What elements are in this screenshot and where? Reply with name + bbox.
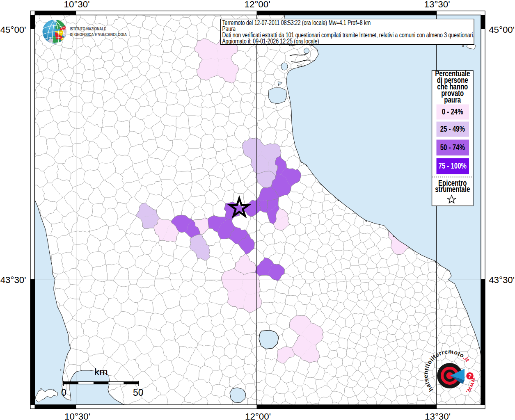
svg-text:paura: paura bbox=[444, 95, 461, 104]
svg-text:13°30': 13°30' bbox=[424, 0, 450, 9]
svg-text:Terremoto del 12-07-2011 08:53: Terremoto del 12-07-2011 08:53:22 (ora l… bbox=[222, 19, 371, 27]
svg-text:12°00': 12°00' bbox=[245, 411, 271, 420]
svg-text:50: 50 bbox=[133, 387, 144, 398]
svg-text:25 - 49%: 25 - 49% bbox=[440, 124, 465, 133]
svg-text:DI GEOFISICA E VULCANOLOGIA: DI GEOFISICA E VULCANOLOGIA bbox=[70, 32, 127, 37]
svg-text:km: km bbox=[94, 366, 108, 377]
svg-text:0: 0 bbox=[61, 387, 66, 398]
svg-text:12°00': 12°00' bbox=[245, 0, 270, 9]
svg-text:43°30': 43°30' bbox=[0, 275, 26, 285]
svg-text:13°30': 13°30' bbox=[425, 411, 451, 420]
svg-text:45°00': 45°00' bbox=[0, 25, 26, 35]
svg-text:50 - 74%: 50 - 74% bbox=[440, 143, 465, 152]
svg-text:10°30': 10°30' bbox=[64, 411, 90, 420]
svg-text:10°30': 10°30' bbox=[64, 0, 90, 9]
svg-text:ISTITUTO NAZIONALE: ISTITUTO NAZIONALE bbox=[70, 26, 106, 31]
svg-text:strumentale: strumentale bbox=[435, 185, 470, 194]
svg-text:Aggiornato il: 09-01-2026 12:2: Aggiornato il: 09-01-2026 12:25 (ora loc… bbox=[222, 37, 319, 45]
svg-text:0 - 24%: 0 - 24% bbox=[442, 107, 463, 116]
svg-text:43°30': 43°30' bbox=[489, 275, 515, 285]
svg-text:45°00': 45°00' bbox=[489, 25, 515, 35]
svg-text:75 - 100%: 75 - 100% bbox=[438, 161, 466, 170]
